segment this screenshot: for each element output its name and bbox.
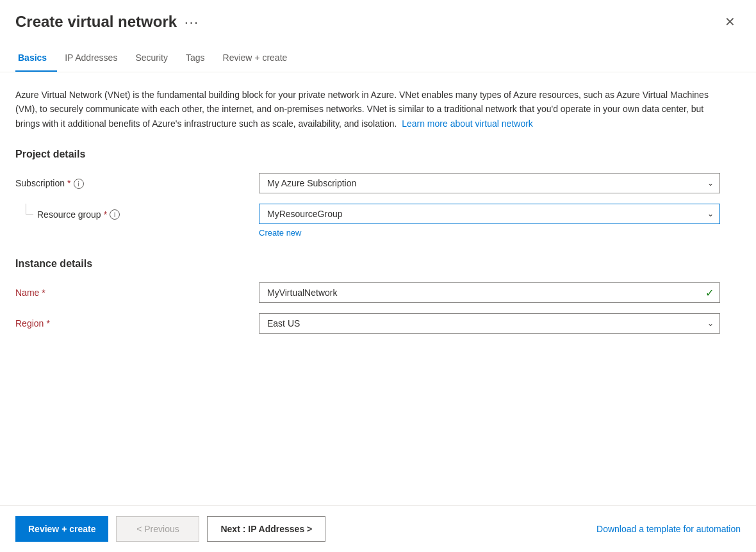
region-label: Region [15,318,44,329]
name-control-col: ✓ [259,282,720,303]
dialog-content: Azure Virtual Network (VNet) is the fund… [0,72,756,505]
region-dropdown[interactable]: East US East US 2 West US West US 2 Cent… [259,313,720,334]
rg-dropdown[interactable]: MyResourceGroup [259,204,720,224]
rg-indent-vertical [26,204,26,214]
region-control-col: East US East US 2 West US West US 2 Cent… [259,313,720,334]
project-details-title: Project details [15,149,741,160]
region-required: * [46,318,49,329]
rg-indent-horizontal [26,214,33,215]
tab-tags[interactable]: Tags [183,47,215,72]
create-new-rg-link[interactable]: Create new [259,228,301,238]
rg-info-icon[interactable]: i [110,209,120,220]
name-row: Name * ✓ [15,282,741,303]
name-valid-icon: ✓ [705,287,714,299]
tab-ip-addresses[interactable]: IP Addresses [62,47,127,72]
name-label: Name [15,288,39,298]
resource-group-row: Resource group * i MyResourceGroup ⌄ Cre… [15,204,741,238]
name-label-col: Name * [15,282,259,298]
name-input-wrapper: ✓ [259,282,720,303]
subscription-control-col: My Azure Subscription ⌄ [259,173,720,193]
tab-review-create[interactable]: Review + create [220,47,298,72]
dialog-header: Create virtual network ··· ✕ [0,0,756,37]
menu-dots-icon[interactable]: ··· [185,15,199,29]
create-vnet-dialog: Create virtual network ··· ✕ Basics IP A… [0,0,756,552]
subscription-required: * [67,178,70,188]
previous-button[interactable]: < Previous [116,516,199,542]
rg-label: Resource group [37,209,101,220]
rg-label-area: Resource group * i [15,204,259,220]
region-dropdown-wrapper: East US East US 2 West US West US 2 Cent… [259,313,720,334]
close-button[interactable]: ✕ [719,13,741,31]
subscription-label-col: Subscription * i [15,173,259,189]
next-button[interactable]: Next : IP Addresses > [207,516,325,542]
title-area: Create virtual network ··· [15,13,199,31]
rg-required: * [104,209,107,220]
tab-security[interactable]: Security [133,47,178,72]
project-details-section: Project details Subscription * i My Azur… [15,149,741,238]
name-input[interactable] [259,282,720,303]
description-text: Azure Virtual Network (VNet) is the fund… [15,88,720,131]
tab-basics[interactable]: Basics [15,47,57,72]
subscription-row: Subscription * i My Azure Subscription ⌄ [15,173,741,193]
download-template-link[interactable]: Download a template for automation [596,524,741,534]
rg-control-col: MyResourceGroup ⌄ Create new [259,204,720,238]
subscription-dropdown-wrapper: My Azure Subscription ⌄ [259,173,720,193]
region-row: Region * East US East US 2 West US West … [15,313,741,334]
subscription-info-icon[interactable]: i [74,179,84,189]
instance-details-section: Instance details Name * ✓ Region [15,258,741,334]
subscription-label: Subscription [15,178,65,188]
name-required: * [42,288,45,298]
rg-dropdown-wrapper: MyResourceGroup ⌄ [259,204,720,224]
review-create-button[interactable]: Review + create [15,516,108,542]
learn-more-link[interactable]: Learn more about virtual network [402,118,533,129]
tab-bar: Basics IP Addresses Security Tags Review… [0,37,756,72]
instance-details-title: Instance details [15,258,741,270]
region-label-col: Region * [15,313,259,329]
dialog-title: Create virtual network [15,13,177,31]
dialog-footer: Review + create < Previous Next : IP Add… [0,505,756,552]
subscription-dropdown[interactable]: My Azure Subscription [259,173,720,193]
